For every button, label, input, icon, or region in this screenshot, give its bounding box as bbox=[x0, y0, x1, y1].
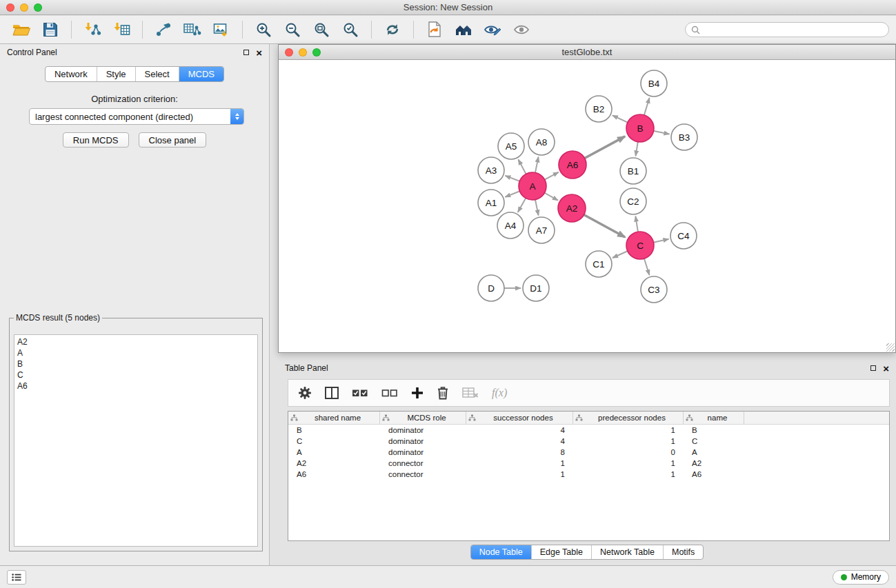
resize-grip[interactable] bbox=[886, 343, 895, 352]
float-panel-icon[interactable] bbox=[243, 50, 249, 55]
graph-node-B1[interactable]: B1 bbox=[620, 158, 646, 184]
zoom-in-icon[interactable] bbox=[252, 19, 275, 41]
tab-edge-table[interactable]: Edge Table bbox=[532, 545, 592, 559]
unselect-all-icon[interactable] bbox=[381, 388, 398, 398]
graph-node-A[interactable]: A bbox=[519, 172, 546, 200]
close-panel-button[interactable]: Close panel bbox=[139, 132, 207, 148]
network-canvas[interactable]: B4B2BB3A8A5A6A3B1AC2A1A2A4A7C4CC1C3DD1 bbox=[279, 60, 895, 352]
column-header[interactable]: name bbox=[684, 412, 744, 424]
graph-node-A7[interactable]: A7 bbox=[528, 217, 555, 243]
zoom-selected-icon[interactable] bbox=[339, 19, 361, 41]
svg-text:D1: D1 bbox=[530, 283, 541, 294]
table-cell: dominator bbox=[380, 426, 466, 434]
graph-node-B4[interactable]: B4 bbox=[641, 70, 667, 97]
show-panels-list-icon[interactable] bbox=[7, 570, 26, 585]
function-builder-button[interactable]: f(x) bbox=[492, 387, 507, 399]
mcds-result-item[interactable]: A6 bbox=[17, 381, 255, 392]
add-row-icon[interactable] bbox=[411, 387, 424, 399]
table-settings-gear-icon[interactable] bbox=[298, 386, 312, 400]
mcds-result-list[interactable]: A2ABCA6 bbox=[14, 334, 258, 547]
mcds-result-item[interactable]: A bbox=[17, 347, 255, 358]
network-graph[interactable]: B4B2BB3A8A5A6A3B1AC2A1A2A4A7C4CC1C3DD1 bbox=[279, 60, 895, 352]
apply-layout-icon[interactable] bbox=[381, 19, 404, 41]
search-input[interactable] bbox=[704, 24, 883, 35]
graph-node-C2[interactable]: C2 bbox=[620, 188, 646, 214]
window-controls bbox=[6, 3, 42, 12]
open-folder-icon[interactable] bbox=[10, 19, 32, 41]
home-icon[interactable] bbox=[452, 19, 475, 41]
select-all-icon[interactable] bbox=[352, 388, 368, 398]
table-row[interactable]: Cdominator41C bbox=[288, 436, 889, 447]
save-session-icon[interactable] bbox=[39, 19, 61, 41]
table-float-panel-icon[interactable] bbox=[870, 365, 876, 371]
open-session-icon[interactable] bbox=[424, 19, 446, 41]
search-box[interactable] bbox=[685, 22, 889, 37]
style-editor-icon[interactable] bbox=[481, 19, 504, 41]
import-network-icon[interactable] bbox=[81, 19, 103, 41]
table-cell: 1 bbox=[573, 459, 684, 467]
table-row[interactable]: Bdominator41B bbox=[288, 425, 889, 436]
graph-node-B2[interactable]: B2 bbox=[586, 96, 612, 122]
export-image-icon[interactable] bbox=[210, 19, 232, 41]
table-row[interactable]: A2connector11A2 bbox=[288, 458, 889, 469]
tab-network[interactable]: Network bbox=[46, 67, 97, 81]
run-mcds-button[interactable]: Run MCDS bbox=[63, 132, 129, 148]
graph-node-A5[interactable]: A5 bbox=[498, 133, 524, 159]
zoom-fit-icon[interactable] bbox=[310, 19, 332, 41]
close-window-button[interactable] bbox=[6, 3, 14, 12]
graph-node-A4[interactable]: A4 bbox=[497, 212, 524, 239]
graph-node-A6[interactable]: A6 bbox=[559, 151, 586, 179]
column-header[interactable]: successor nodes bbox=[466, 412, 573, 424]
import-table-icon[interactable] bbox=[110, 19, 132, 41]
network-close-button[interactable] bbox=[285, 48, 293, 57]
graph-node-C[interactable]: C bbox=[626, 232, 654, 259]
column-header[interactable]: MCDS role bbox=[380, 412, 466, 424]
table-cell: connector bbox=[380, 459, 466, 467]
control-panel-close-icon[interactable]: × bbox=[256, 48, 262, 58]
tab-network-table[interactable]: Network Table bbox=[592, 545, 664, 559]
graph-node-C4[interactable]: C4 bbox=[670, 223, 697, 249]
tab-style[interactable]: Style bbox=[97, 67, 136, 81]
graph-node-A8[interactable]: A8 bbox=[528, 129, 555, 155]
table-cell: A6 bbox=[288, 470, 380, 478]
tab-node-table[interactable]: Node Table bbox=[471, 545, 532, 559]
graph-node-C1[interactable]: C1 bbox=[586, 251, 612, 277]
column-header[interactable]: predecessor nodes bbox=[573, 412, 684, 424]
mcds-result-item[interactable]: A2 bbox=[17, 336, 255, 347]
mcds-result-item[interactable]: B bbox=[17, 358, 255, 369]
column-header[interactable]: shared name bbox=[288, 412, 380, 424]
network-table-icon[interactable] bbox=[181, 19, 203, 41]
graph-node-A2[interactable]: A2 bbox=[558, 194, 586, 222]
tab-mcds[interactable]: MCDS bbox=[179, 67, 223, 81]
svg-text:C1: C1 bbox=[593, 259, 604, 270]
memory-button[interactable]: Memory bbox=[833, 570, 889, 585]
show-columns-icon[interactable] bbox=[325, 387, 339, 399]
network-zoom-button[interactable] bbox=[312, 48, 321, 57]
network-minimize-button[interactable] bbox=[299, 48, 307, 57]
table-row[interactable]: Adominator80A bbox=[288, 447, 889, 458]
graph-node-B3[interactable]: B3 bbox=[671, 124, 697, 150]
new-network-icon[interactable] bbox=[152, 19, 175, 41]
tab-select[interactable]: Select bbox=[136, 67, 179, 81]
criterion-dropdown[interactable]: largest connected component (directed) bbox=[29, 108, 244, 125]
table-panel-title: Table Panel bbox=[285, 363, 328, 373]
show-hide-eye-icon[interactable] bbox=[510, 19, 532, 41]
table-cell: dominator bbox=[380, 448, 466, 456]
mcds-result-item[interactable]: C bbox=[17, 369, 255, 381]
graph-node-B[interactable]: B bbox=[626, 114, 654, 142]
delete-rows-trash-icon[interactable] bbox=[437, 386, 449, 400]
tab-motifs[interactable]: Motifs bbox=[664, 545, 703, 559]
graph-node-C3[interactable]: C3 bbox=[641, 276, 667, 303]
zoom-window-button[interactable] bbox=[34, 3, 42, 12]
control-panel-title: Control Panel bbox=[7, 48, 57, 57]
table-panel-close-icon[interactable]: × bbox=[883, 363, 889, 374]
table-cell: 1 bbox=[466, 470, 573, 478]
graph-node-D[interactable]: D bbox=[478, 275, 504, 301]
zoom-out-icon[interactable] bbox=[281, 19, 303, 41]
graph-node-A1[interactable]: A1 bbox=[478, 190, 504, 216]
graph-node-D1[interactable]: D1 bbox=[523, 275, 549, 301]
graph-node-A3[interactable]: A3 bbox=[478, 157, 504, 183]
table-row[interactable]: A6connector11A6 bbox=[288, 469, 889, 480]
control-panel: Control Panel × NetworkStyleSelectMCDS O… bbox=[0, 44, 270, 565]
minimize-window-button[interactable] bbox=[20, 3, 28, 12]
